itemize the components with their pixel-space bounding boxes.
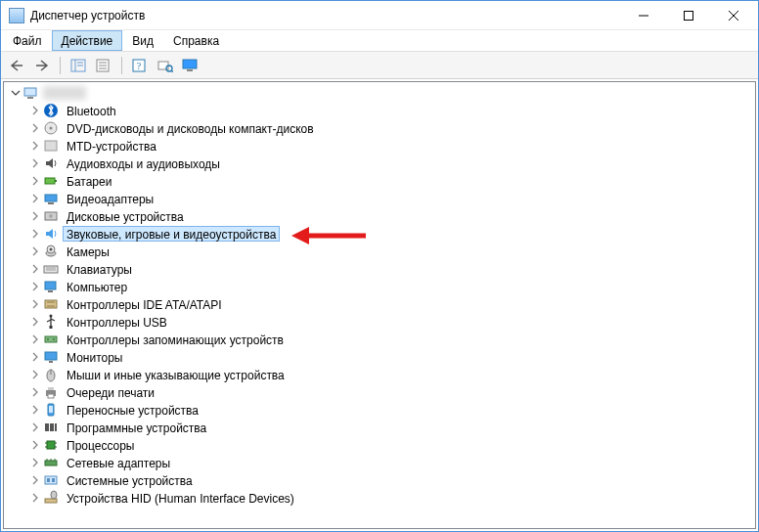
help-icon: ?: [132, 59, 148, 72]
tree-category-label[interactable]: Клавиатуры: [63, 261, 136, 277]
expander-closed-icon[interactable]: [27, 490, 43, 506]
tree-category-node[interactable]: Компьютер: [27, 278, 755, 295]
expander-closed-icon[interactable]: [27, 120, 43, 136]
disk-icon: [43, 208, 59, 224]
maximize-button[interactable]: [666, 1, 711, 30]
tree-category-node[interactable]: Контроллеры USB: [27, 313, 755, 331]
tree-category-label[interactable]: Мыши и иные указывающие устройства: [63, 367, 289, 382]
tree-category-node[interactable]: Очереди печати: [27, 383, 755, 401]
menu-action[interactable]: Действие: [52, 30, 123, 51]
expander-closed-icon[interactable]: [27, 455, 43, 470]
tree-category-node[interactable]: Аудиовходы и аудиовыходы: [27, 155, 755, 172]
tree-category-node[interactable]: Мыши и иные указывающие устройства: [27, 366, 755, 383]
audio-icon: [43, 155, 59, 171]
tree-root-node[interactable]: [8, 84, 755, 102]
tree-category-node[interactable]: Контроллеры IDE ATA/ATAPI: [27, 295, 755, 313]
svg-point-73: [51, 491, 57, 499]
tree-category-label[interactable]: Bluetooth: [63, 103, 120, 118]
expander-closed-icon[interactable]: [27, 402, 43, 418]
show-hide-tree-button[interactable]: [67, 55, 90, 76]
tree-category-label[interactable]: DVD-дисководы и дисководы компакт-дисков: [63, 120, 318, 136]
tree-category-node[interactable]: Переносные устройства: [27, 401, 755, 419]
tree-category-label[interactable]: Дисковые устройства: [63, 208, 188, 224]
tree-category-label[interactable]: Сетевые адаптеры: [63, 455, 174, 470]
back-button[interactable]: [5, 55, 28, 76]
tree-category-label[interactable]: Контроллеры запоминающих устройств: [63, 332, 288, 347]
battery-icon: [43, 173, 59, 189]
tree-category-node[interactable]: Контроллеры запоминающих устройств: [27, 331, 755, 348]
expander-closed-icon[interactable]: [27, 261, 43, 277]
tree-category-node[interactable]: Дисковые устройства: [27, 207, 755, 225]
expander-closed-icon[interactable]: [27, 226, 43, 242]
tree-category-label[interactable]: Системные устройства: [63, 472, 197, 488]
tree-category-label[interactable]: Батареи: [63, 173, 115, 189]
tree-category-node[interactable]: Клавиатуры: [27, 260, 755, 278]
svg-rect-1: [685, 11, 693, 20]
expander-closed-icon[interactable]: [27, 420, 43, 435]
tree-category-node[interactable]: MTD-устройства: [27, 137, 755, 155]
menu-help[interactable]: Справка: [163, 30, 229, 51]
maximize-icon: [684, 11, 693, 21]
tree-category-node[interactable]: Мониторы: [27, 348, 755, 366]
help-button[interactable]: ?: [128, 55, 152, 76]
tree-category-node[interactable]: Системные устройства: [27, 471, 755, 489]
tree-category-label[interactable]: Компьютер: [63, 279, 131, 294]
expander-closed-icon[interactable]: [27, 349, 43, 365]
expander-closed-icon[interactable]: [27, 314, 43, 330]
menu-view[interactable]: Вид: [122, 30, 163, 51]
svg-point-46: [47, 338, 49, 340]
tree-category-node[interactable]: Видеоадаптеры: [27, 190, 755, 207]
expander-closed-icon[interactable]: [27, 296, 43, 312]
tree-category-label[interactable]: Видеоадаптеры: [63, 191, 157, 206]
app-icon: [9, 8, 24, 23]
menu-file[interactable]: Файл: [3, 30, 52, 51]
expander-closed-icon[interactable]: [27, 472, 43, 488]
tree-category-label[interactable]: Звуковые, игровые и видеоустройства: [63, 226, 280, 242]
device-tree[interactable]: BluetoothDVD-дисководы и дисководы компа…: [3, 81, 756, 529]
expander-closed-icon[interactable]: [27, 208, 43, 224]
expander-closed-icon[interactable]: [27, 103, 43, 118]
tree-category-label[interactable]: MTD-устройства: [63, 138, 160, 154]
expander-closed-icon[interactable]: [27, 367, 43, 382]
expander-open-icon[interactable]: [8, 85, 23, 101]
expander-closed-icon[interactable]: [27, 138, 43, 154]
tree-category-node[interactable]: Сетевые адаптеры: [27, 454, 755, 471]
tree-category-label[interactable]: Устройства HID (Human Interface Devices): [63, 490, 298, 506]
expander-closed-icon[interactable]: [27, 279, 43, 294]
expander-closed-icon[interactable]: [27, 155, 43, 171]
tree-category-label[interactable]: Переносные устройства: [63, 402, 202, 418]
forward-button[interactable]: [30, 55, 54, 76]
expander-closed-icon[interactable]: [27, 244, 43, 259]
expander-closed-icon[interactable]: [27, 191, 43, 206]
svg-rect-69: [45, 476, 57, 484]
tree-category-node[interactable]: Процессоры: [27, 436, 755, 454]
svg-point-24: [50, 127, 53, 130]
scan-hardware-button[interactable]: [154, 55, 177, 76]
svg-rect-29: [48, 202, 54, 204]
tree-category-node[interactable]: Камеры: [27, 243, 755, 260]
tree-category-label[interactable]: Процессоры: [63, 437, 139, 453]
properties-button[interactable]: [92, 55, 115, 76]
monitor-icon: [182, 59, 200, 72]
tree-category-node[interactable]: DVD-дисководы и дисководы компакт-дисков: [27, 119, 755, 137]
remote-computer-button[interactable]: [179, 55, 202, 76]
tree-category-label[interactable]: Контроллеры USB: [63, 314, 171, 330]
minimize-button[interactable]: [621, 1, 666, 30]
tree-category-node[interactable]: Bluetooth: [27, 102, 755, 119]
expander-closed-icon[interactable]: [27, 437, 43, 453]
tree-category-label[interactable]: Аудиовходы и аудиовыходы: [63, 155, 224, 171]
tree-category-label[interactable]: Контроллеры IDE ATA/ATAPI: [63, 296, 226, 312]
tree-category-label[interactable]: Камеры: [63, 244, 113, 259]
expander-closed-icon[interactable]: [27, 173, 43, 189]
expander-closed-icon[interactable]: [27, 384, 43, 400]
tree-category-label[interactable]: Программные устройства: [63, 420, 210, 435]
tree-category-label[interactable]: Мониторы: [63, 349, 126, 365]
tree-category-node[interactable]: Программные устройства: [27, 419, 755, 436]
tree-category-node[interactable]: Звуковые, игровые и видеоустройства: [27, 225, 755, 243]
tree-category-node[interactable]: Устройства HID (Human Interface Devices): [27, 489, 755, 507]
tree-category-node[interactable]: Батареи: [27, 172, 755, 190]
tree-category-label[interactable]: Очереди печати: [63, 384, 158, 400]
svg-rect-21: [27, 97, 33, 99]
close-button[interactable]: [711, 1, 756, 30]
expander-closed-icon[interactable]: [27, 332, 43, 347]
